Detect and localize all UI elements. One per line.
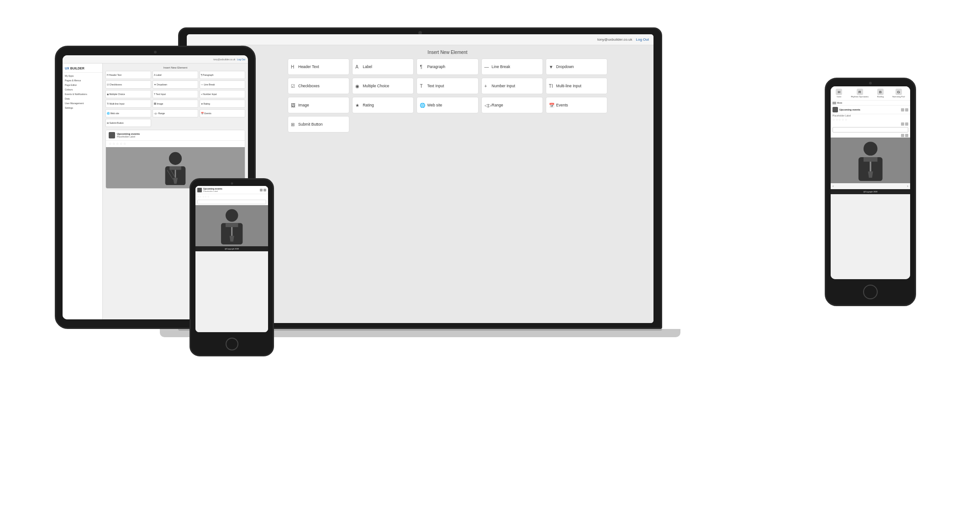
phone-right-cal-icon [832,107,838,112]
tablet-sidebar: UX BUILDER My Apps Pages & Menus Page Ed… [63,64,103,319]
tablet-brand-builder: BUILDER [69,67,84,70]
phone-left-delete-icon[interactable] [263,189,266,191]
tablet-el-web[interactable]: 🌐 Web site [105,109,151,117]
tablet-sidebar-users[interactable]: User Management [63,101,102,106]
paragraph-icon: ¶ [420,64,425,69]
element-header-text[interactable]: H Header Text [288,58,349,75]
phone-left-header: Upcoming events Placeholder Label [195,186,268,194]
phone-left-card-info: Upcoming events Placeholder Label [203,187,222,192]
element-paragraph-label: Paragraph [427,64,445,69]
phone-right-rating-edit[interactable] [901,122,904,126]
multiple-choice-icon: ◉ [355,84,361,89]
element-dropdown[interactable]: ▼ Dropdown [546,58,607,75]
tablet-el-submit[interactable]: ⊞ Submit Button [105,119,151,127]
tablet-el-num[interactable]: + Number Input [200,90,245,98]
phone-right-input-edit[interactable] [901,134,904,137]
tablet-el-multi[interactable]: ◉ Multiple Choice [105,90,151,98]
tablet-el-header[interactable]: H Header Text [105,71,151,79]
tablet-el-line[interactable]: — Line Break [200,80,245,89]
phone-left-stars: ☆ ☆ ☆ ☆ ☆ [195,194,268,199]
element-image[interactable]: 🖼 Image [288,97,349,113]
element-website[interactable]: 🌐 Web site [416,97,478,113]
tablet-el-text[interactable]: T Text Input [153,90,198,98]
phone-right-input[interactable] [832,127,908,132]
phone-left-edit-icon[interactable] [260,189,263,191]
phone-right-home-button[interactable] [863,285,878,299]
tablet-sidebar-myapps[interactable]: My Apps [63,74,102,78]
phone-right-pool-icon: G [896,89,902,95]
tablet-sidebar-settings[interactable]: Settings [63,106,102,110]
element-multiple-choice[interactable]: ◉ Multiple Choice [352,78,414,94]
phone-left-camera [231,182,233,185]
tablet-sidebar-data[interactable]: Data [63,96,102,101]
phone-right-arrows: ‹ › [831,183,910,189]
element-checkboxes[interactable]: ☑ Checkboxes [288,78,349,94]
hamburger-line-3 [832,104,836,104]
phone-right-avatar-svg [847,140,894,181]
tablet-sidebar-pages[interactable]: Pages & Menus [63,78,102,83]
phone-right-nav-rhythmic[interactable]: R Rhythmic Gymnastics [850,88,869,98]
events-el-icon: 📅 [549,103,554,108]
laptop-topbar: tony@uxbuilder.co.uk Log Out [187,34,653,45]
element-events[interactable]: 📅 Events [546,97,607,113]
phone-right-stars: ☆ ☆ ☆ ☆ ☆ [831,117,910,122]
phone-right-nav-home[interactable]: H home [835,88,843,98]
element-text-input[interactable]: T Text Input [416,78,478,94]
element-number-input[interactable]: + Number Input [481,78,543,94]
svg-rect-9 [226,223,238,227]
phone-right-nav-bowling[interactable]: B Bowling [876,88,885,98]
phone-right-rating-del[interactable] [905,122,908,126]
tablet-el-img[interactable]: 🖼 Image [153,100,198,108]
element-multiline-input[interactable]: TI Multi-line Input [546,78,607,94]
svg-point-0 [169,152,182,165]
element-label[interactable]: A Label [352,58,414,75]
phone-right-delete-icon[interactable] [905,108,908,111]
phone-right-nav-pool[interactable]: G Swimming Pool [891,88,906,98]
tablet-preview-label: Placeholder Label [117,135,140,138]
phone-right-nav-rhythmic-label: Rhythmic Gymnastics [851,95,869,98]
laptop-logout[interactable]: Log Out [636,37,649,42]
element-linebreak[interactable]: — Line Break [481,58,543,75]
tablet-el-events[interactable]: 📅 Events [200,109,245,117]
tablet-sidebar-editor[interactable]: Page Editor [63,83,102,87]
phone-right-arrow-left[interactable]: ‹ [832,184,834,188]
phone-right-input-del[interactable] [905,134,908,137]
phone-right-more[interactable]: More [831,101,910,106]
element-range[interactable]: ◁▷ Range [481,97,543,113]
phone-right-card: Upcoming events Placeholder Label ☆ ☆ ☆ … [831,106,910,183]
tablet-el-rating[interactable]: ★ Rating [200,100,245,108]
element-rating[interactable]: ★ Rating [352,97,414,113]
phone-left-input[interactable] [197,200,266,204]
image-icon: 🖼 [291,103,296,108]
phone-right-footer: @Copyright 2020 [831,189,910,194]
phone-left-home-button[interactable] [226,338,238,350]
tablet-el-drop[interactable]: ▼ Dropdown [153,80,198,89]
tablet-el-multiline[interactable]: TI Multi-line Input [105,100,151,108]
tablet-sidebar-colours[interactable]: Colours [63,87,102,92]
element-paragraph[interactable]: ¶ Paragraph [416,58,478,75]
phone-right-more-label: More [837,101,842,104]
element-text-input-label: Text Input [427,84,444,88]
tablet-el-label[interactable]: A Label [153,71,198,79]
element-submit-button[interactable]: ⊞ Submit Button [288,116,349,132]
element-website-label: Web site [427,103,442,107]
tablet-el-range[interactable]: ◁▷ Range [153,109,198,117]
tablet-el-check[interactable]: ☑ Checkboxes [105,80,151,89]
element-rating-label: Rating [363,103,374,107]
phone-right-edit-icon[interactable] [901,108,904,111]
phone-right-nav-bowling-label: Bowling [877,95,884,98]
tablet-el-para[interactable]: ¶ Paragraph [200,71,245,79]
svg-point-12 [864,142,877,155]
phone-right-nav-pool-label: Swimming Pool [892,95,905,98]
tablet-logout[interactable]: Log Out [237,58,245,61]
number-input-icon: + [485,84,490,89]
phone-right-card-header: Upcoming events [831,106,910,114]
phone-right-screen: H home R Rhythmic Gymnastics B Bowling [831,86,910,279]
phone-right-arrow-right[interactable]: › [907,184,908,188]
svg-rect-2 [169,166,181,170]
tablet-sidebar-events[interactable]: Events & Notifications [63,92,102,96]
header-text-icon: H [291,64,296,69]
submit-icon: ⊞ [291,122,296,127]
dropdown-icon: ▼ [549,64,554,69]
phone-left-device: Upcoming events Placeholder Label ☆ ☆ ☆ … [190,178,274,356]
